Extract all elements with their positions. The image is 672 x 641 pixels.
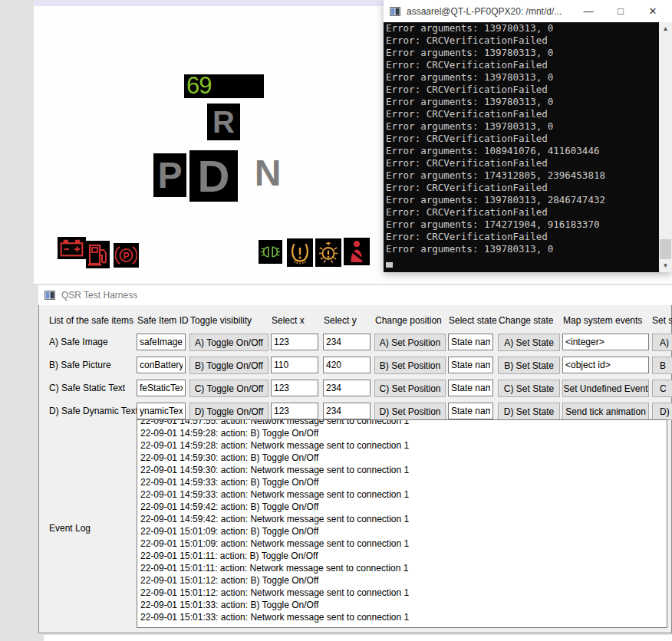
log-line: 22-09-01 14:59:33: action: Network messa… — [140, 488, 409, 501]
set-position-button[interactable]: C) Set Position — [374, 380, 446, 397]
set-state-button[interactable]: B) Set State — [498, 357, 560, 374]
log-line: 22-09-01 15:01:11: action: Network messa… — [140, 562, 408, 574]
terminal-line: Error: CRCVerificationFailed — [384, 182, 659, 194]
safe-item-id-input[interactable] — [137, 403, 186, 419]
scroll-up-icon[interactable]: ▲ — [659, 22, 672, 35]
terminal-line: Error: CRCVerificationFailed — [384, 59, 659, 71]
set-system-event-button[interactable]: C — [652, 380, 672, 397]
terminal-line: Error arguments: 139780313, 0 — [384, 47, 659, 59]
column-header: Toggle visibility — [190, 315, 252, 326]
terminal-output: Error arguments: 139780313, 0Error: CRCV… — [384, 22, 659, 272]
select-x-input[interactable] — [271, 380, 318, 396]
select-state-input[interactable] — [448, 380, 493, 396]
log-line: 22-09-01 15:01:33: action: Network messa… — [140, 611, 409, 623]
gear-indicator-neutral: N — [252, 152, 284, 195]
position-lamps-icon — [259, 240, 282, 264]
terminal-line: Error arguments: 139780313, 2846747432 — [384, 194, 659, 206]
qsr-titlebar[interactable]: QSR Test Harness — [38, 285, 672, 305]
qsr-test-harness-window: List of the safe itemsSafe Item IDToggle… — [38, 285, 672, 633]
column-header: Map system events — [563, 315, 642, 326]
toggle-visibility-button[interactable]: A) Toggle On/Off — [189, 334, 268, 351]
toggle-visibility-button[interactable]: B) Toggle On/Off — [189, 357, 268, 374]
select-x-input[interactable] — [271, 357, 318, 373]
terminal-line: Error arguments: 174312805, 2396453818 — [384, 169, 659, 182]
select-state-input[interactable] — [448, 357, 493, 373]
column-header: Select x — [272, 315, 305, 326]
set-state-button[interactable]: C) Set State — [498, 380, 560, 397]
select-y-input[interactable] — [323, 380, 371, 396]
set-position-button[interactable]: A) Set Position — [374, 334, 446, 351]
safe-item-id-input[interactable] — [137, 380, 186, 396]
terminal-scrollbar[interactable]: ▲ ▼ — [659, 22, 672, 272]
scroll-down-icon[interactable]: ▼ — [659, 259, 672, 272]
terminal-line: Error arguments: 139780313, 0 — [384, 120, 659, 133]
gear-indicator-drive: D — [189, 150, 238, 202]
select-y-input[interactable] — [323, 357, 371, 373]
set-state-button[interactable]: D) Set State — [498, 403, 560, 420]
set-system-event-button[interactable]: A) — [652, 334, 672, 351]
set-position-button[interactable]: D) Set Position — [374, 403, 446, 420]
minimize-icon[interactable]: — — [572, 0, 605, 22]
select-y-input[interactable] — [323, 403, 371, 419]
select-state-input[interactable] — [448, 334, 493, 350]
terminal-line: Error arguments: 139780313, 0 — [384, 96, 659, 108]
speed-value: 69 — [186, 72, 211, 99]
event-log-list[interactable]: 22-09-01 14:57:55: action: Network messa… — [137, 419, 667, 628]
lamp-failure-icon — [315, 238, 341, 267]
map-system-event-button[interactable]: Set Undefined Event — [562, 380, 649, 397]
seatbelt-reminder-icon — [344, 238, 370, 265]
scrollbar-thumb[interactable] — [660, 239, 671, 259]
column-header: Select y — [324, 315, 357, 326]
terminal-line: Error: CRCVerificationFailed — [384, 133, 659, 145]
log-line: 22-09-01 14:59:42: action: Network messa… — [140, 513, 409, 525]
select-x-input[interactable] — [271, 403, 318, 419]
map-system-event-input[interactable] — [562, 357, 649, 373]
terminal-line: Error: CRCVerificationFailed — [384, 231, 659, 243]
column-header: Change position — [375, 315, 442, 326]
log-line: 22-09-01 14:59:33: action: B) Toggle On/… — [140, 476, 318, 488]
log-line: 22-09-01 15:01:11: action: B) Toggle On/… — [140, 550, 318, 562]
qsr-app-icon — [44, 291, 55, 300]
safe-item-id-input[interactable] — [137, 334, 186, 350]
map-system-event-input[interactable] — [562, 334, 649, 350]
toggle-visibility-button[interactable]: D) Toggle On/Off — [189, 403, 268, 420]
terminal-line: Error: CRCVerificationFailed — [384, 157, 659, 169]
log-line: 22-09-01 14:59:42: action: B) Toggle On/… — [140, 501, 318, 513]
safe-item-label: D) Safe Dynamic Text — [49, 406, 133, 416]
log-line: 22-09-01 15:01:09: action: Network messa… — [140, 537, 409, 550]
terminal-title: assaarel@QT-L-PF0QPX20: /mnt/d/... — [407, 6, 568, 17]
column-header: Safe Item ID — [137, 315, 189, 326]
terminal-line: Error: CRCVerificationFailed — [384, 206, 659, 219]
maximize-icon[interactable]: □ — [604, 0, 637, 22]
set-position-button[interactable]: B) Set Position — [374, 357, 446, 374]
tire-pressure-warning-icon — [287, 238, 313, 267]
log-line: 22-09-01 15:01:12: action: B) Toggle On/… — [140, 574, 318, 587]
svg-text:P: P — [123, 251, 129, 261]
set-system-event-button[interactable]: D) S — [652, 403, 672, 420]
select-state-input[interactable] — [448, 403, 493, 419]
safe-item-id-input[interactable] — [137, 357, 186, 373]
select-x-input[interactable] — [271, 334, 318, 350]
column-header: Select state — [449, 315, 497, 326]
log-line: 22-09-01 15:01:09: action: B) Toggle On/… — [140, 525, 318, 537]
gear-letter: D — [198, 150, 230, 202]
toggle-visibility-button[interactable]: C) Toggle On/Off — [189, 380, 268, 397]
terminal-app-icon — [390, 7, 400, 16]
log-line: 22-09-01 14:59:30: action: B) Toggle On/… — [140, 452, 318, 464]
low-fuel-icon — [86, 241, 110, 268]
parking-brake-icon: P — [114, 243, 139, 268]
qsr-window-title: QSR Test Harness — [61, 290, 137, 301]
terminal-line: Error arguments: 139780313, 0 — [384, 71, 659, 84]
close-icon[interactable]: ✕ — [636, 0, 670, 22]
terminal-line: Error arguments: 139780313, 0 — [384, 243, 659, 255]
log-line: 22-09-01 15:01:33: action: B) Toggle On/… — [140, 599, 318, 611]
select-y-input[interactable] — [323, 334, 371, 350]
column-header: List of the safe items — [49, 315, 133, 326]
safe-item-label: A) Safe Image — [49, 337, 133, 347]
column-header: Set s — [652, 315, 672, 326]
battery-warning-icon — [58, 237, 86, 259]
map-system-event-button[interactable]: Send tick animation — [562, 403, 649, 420]
set-state-button[interactable]: A) Set State — [498, 334, 560, 351]
set-system-event-button[interactable]: B — [652, 357, 672, 374]
terminal-line: Error: CRCVerificationFailed — [384, 108, 659, 120]
